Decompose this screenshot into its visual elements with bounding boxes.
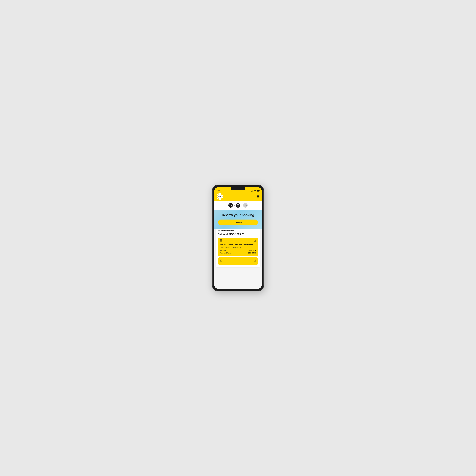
content-area: Accommodation Subtotal: SGD 1869.78: [214, 229, 262, 289]
phone-frame: 9:41: [212, 185, 264, 291]
hotel-name: The Star Grand Hotel and Residences: [220, 244, 256, 246]
svg-point-1: [231, 206, 231, 206]
chevron-1: >: [234, 204, 235, 206]
fees-price: SGD 74.89: [248, 252, 256, 254]
volume-button: [212, 204, 212, 207]
svg-rect-5: [220, 240, 222, 242]
hotel-card-1: The Star Grand Hotel and Residences 29 J…: [218, 238, 258, 256]
check-icon: [220, 239, 222, 242]
menu-button[interactable]: [257, 195, 259, 197]
adult-price: SGD 870: [249, 250, 256, 252]
power-button: [264, 201, 264, 208]
adult-label: 3 x Adult: [220, 250, 226, 252]
hamburger-line1: [257, 195, 259, 196]
logo: scoot: [217, 193, 223, 200]
hotel-date: 29 JULY 2022, 22:45 GMT+8: [220, 246, 256, 248]
progress-steps: > > $: [214, 201, 262, 210]
fees-price-row: Fees and Taxes SGD 74.89: [220, 252, 256, 254]
svg-text:$: $: [245, 205, 245, 206]
fees-label: Fees and Taxes: [220, 252, 232, 254]
section-label: Accommodation: [218, 230, 258, 232]
phone-screen: 9:41: [214, 187, 262, 289]
app-header: scoot: [214, 192, 262, 201]
check-icon-2: [220, 259, 222, 262]
hero-section: Review your booking Checkout: [214, 210, 262, 229]
battery-icon: [257, 190, 259, 191]
notch: [231, 187, 245, 190]
hamburger-line2: [257, 196, 259, 197]
hotel-card-header: [220, 239, 256, 242]
hotel-card-2-header: [220, 259, 256, 262]
edit-icon[interactable]: [254, 239, 256, 242]
checkout-button[interactable]: Checkout: [218, 220, 258, 225]
step-2-icon: [236, 203, 240, 208]
status-time: 9:41: [217, 190, 220, 191]
adult-price-row: 3 x Adult SGD 870: [220, 250, 256, 252]
step-1-icon: [228, 203, 233, 208]
wifi-icon: [254, 190, 256, 191]
svg-rect-6: [220, 259, 222, 261]
booking-summary-card: Accommodation Subtotal: SGD 1869.78: [216, 229, 260, 267]
edit-icon-2[interactable]: [254, 259, 256, 262]
page-title: Review your booking: [222, 213, 254, 217]
logo-inner: scoot: [217, 194, 222, 199]
hamburger-line3: [257, 197, 259, 197]
status-icons: [251, 190, 260, 191]
subtotal-text: Subtotal: SGD 1869.78: [218, 233, 258, 236]
svg-point-0: [230, 206, 230, 206]
hotel-card-2: [218, 257, 258, 265]
logo-text: scoot: [218, 196, 221, 197]
step-3-icon: $ $: [243, 203, 248, 208]
signal-icon: [251, 190, 254, 191]
chevron-2: >: [241, 204, 242, 206]
